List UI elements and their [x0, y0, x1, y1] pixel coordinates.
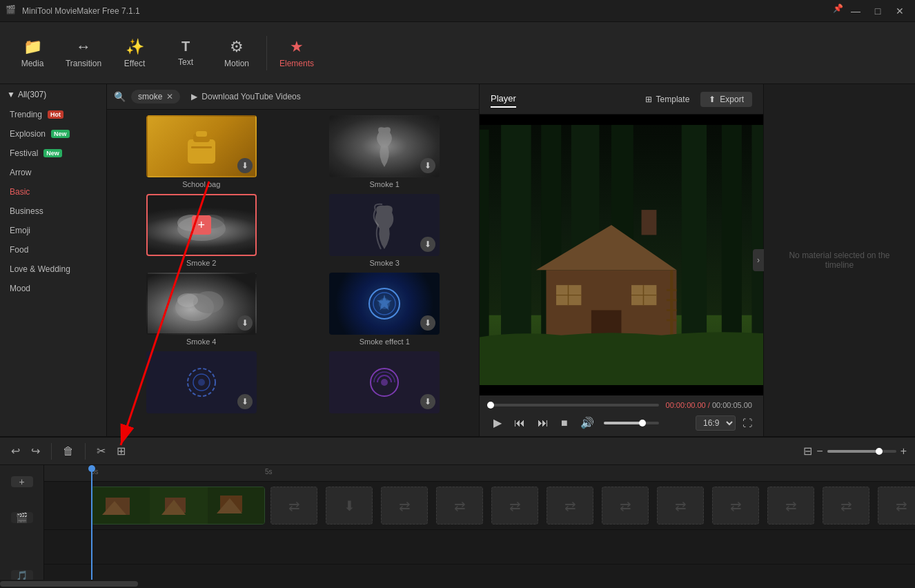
toolbar-effect[interactable]: ✨ Effect	[110, 28, 159, 78]
download-yt-label: Download YouTube Videos	[201, 92, 300, 101]
element-smoke1[interactable]: ⬇ Smoke 1	[296, 115, 474, 188]
element-school-bag[interactable]: ⬇ School bag	[112, 115, 291, 188]
video-clip[interactable]	[91, 487, 265, 525]
close-button[interactable]: ✕	[890, 3, 909, 19]
play-button[interactable]: ▶	[491, 415, 504, 431]
maximize-button[interactable]: □	[868, 3, 887, 19]
zoom-in-button[interactable]: +	[901, 445, 907, 458]
next-button[interactable]: ⏭	[535, 415, 551, 431]
sidebar-item-business[interactable]: Business	[0, 202, 106, 221]
main-area: ▼ All(307) Trending Hot Explosion New Fe…	[0, 84, 915, 436]
add-media-track-button[interactable]: +	[11, 476, 33, 487]
transition-slot-10[interactable]: ⇄	[767, 487, 814, 525]
transition-slot-3[interactable]: ⇄	[381, 487, 428, 525]
minimize-button[interactable]: —	[846, 3, 865, 19]
smoke2-label: Smoke 2	[186, 259, 216, 267]
toolbar-motion[interactable]: ⚙ Motion	[213, 28, 261, 78]
toolbar-elements[interactable]: ★ Elements	[273, 28, 321, 78]
tab-template[interactable]: ⊞ Template	[645, 95, 690, 104]
element-extra1[interactable]: ⬇	[112, 351, 291, 416]
sidebar-item-arrow[interactable]: Arrow	[0, 163, 106, 182]
smoke3-label: Smoke 3	[370, 259, 400, 267]
zoom-slider[interactable]	[827, 450, 896, 453]
smoke1-svg	[371, 122, 398, 170]
transition-slot-5[interactable]: ⇄	[491, 487, 538, 525]
transition-slot-11[interactable]: ⇄	[823, 487, 869, 525]
stop-button[interactable]: ■	[558, 415, 571, 431]
toolbar-media[interactable]: 📁 Media	[8, 28, 57, 78]
sidebar-item-basic[interactable]: Basic	[0, 182, 106, 202]
volume-button[interactable]: 🔊	[578, 415, 597, 431]
sidebar-item-love[interactable]: Love & Wedding	[0, 259, 106, 279]
svg-rect-44	[642, 210, 657, 235]
sidebar-item-food[interactable]: Food	[0, 240, 106, 259]
extra1-download-btn[interactable]: ⬇	[237, 394, 253, 409]
redo-button[interactable]: ↪	[28, 442, 43, 460]
sidebar-item-explosion[interactable]: Explosion New	[0, 124, 106, 144]
smoke1-download-btn[interactable]: ⬇	[420, 158, 435, 173]
download-yt-icon: ▶	[191, 92, 197, 101]
playhead-marker	[88, 465, 95, 472]
volume-dot	[639, 420, 646, 427]
smoke4-svg	[174, 283, 229, 324]
progress-bar[interactable]	[491, 404, 659, 406]
player-controls: 00:00:00.00 / 00:00:05.00 ▶ ⏮ ⏭ ■ 🔊 16:9…	[480, 395, 763, 436]
collapse-arrow[interactable]: ›	[753, 249, 764, 271]
time-total: 00:00:05.00	[712, 401, 752, 409]
svg-rect-3	[191, 146, 212, 148]
element-smoke2[interactable]: + Smoke 2	[112, 194, 291, 267]
element-smoke-effect1[interactable]: ⬇ Smoke effect 1	[296, 273, 474, 346]
transition-slot-7[interactable]: ⇄	[602, 487, 649, 525]
transition-slot-4[interactable]: ⇄	[436, 487, 483, 525]
transition-slot-8[interactable]: ⇄	[657, 487, 704, 525]
aspect-ratio-select[interactable]: 16:9 9:16 1:1 4:3	[696, 415, 736, 431]
export-button[interactable]: ⬆ Export	[700, 92, 752, 107]
school-bag-download-btn[interactable]: ⬇	[237, 158, 253, 173]
smoke4-thumb: ⬇	[146, 273, 257, 335]
delete-button[interactable]: 🗑	[60, 442, 77, 460]
extra2-download-btn[interactable]: ⬇	[420, 394, 435, 409]
motion-icon: ⚙	[230, 38, 244, 56]
transition-slot-12[interactable]: ⇄	[878, 487, 915, 525]
sidebar-item-mood[interactable]: Mood	[0, 279, 106, 298]
player-video	[480, 115, 763, 395]
element-extra2[interactable]: ⬇	[296, 351, 474, 416]
search-tag-close-button[interactable]: ✕	[166, 92, 173, 101]
zoom-fit-button[interactable]: ⊟	[803, 444, 812, 458]
timeline-scrollbar[interactable]	[0, 580, 915, 588]
clip-thumb-3	[208, 487, 265, 525]
undo-button[interactable]: ↩	[8, 442, 23, 460]
all-items-header[interactable]: ▼ All(307)	[0, 84, 106, 105]
svg-rect-24	[480, 130, 489, 346]
element-smoke3[interactable]: ⬇ Smoke 3	[296, 194, 474, 267]
playhead[interactable]	[91, 465, 92, 580]
transition-slot-6[interactable]: ⇄	[547, 487, 593, 525]
sidebar-item-trending[interactable]: Trending Hot	[0, 105, 106, 124]
audio-track-row	[44, 530, 915, 565]
zoom-out-button[interactable]: −	[816, 445, 823, 458]
sidebar-item-emoji[interactable]: Emoji	[0, 221, 106, 240]
transition-slot-9[interactable]: ⇄	[712, 487, 759, 525]
no-material-text: No material selected on the timeline	[778, 251, 901, 270]
toolbar-media-label: Media	[21, 59, 44, 68]
transition-slot-2[interactable]: ⬇	[326, 487, 373, 525]
fullscreen-button[interactable]: ⛶	[742, 418, 752, 429]
toolbar-text[interactable]: T Text	[161, 28, 210, 78]
svg-point-9	[177, 293, 198, 307]
prev-button[interactable]: ⏮	[511, 415, 528, 431]
school-bag-svg	[181, 126, 222, 167]
transition-slot-1[interactable]: ⇄	[270, 487, 317, 525]
sidebar-item-festival[interactable]: Festival New	[0, 144, 106, 163]
smoke4-download-btn[interactable]: ⬇	[237, 315, 253, 331]
cut-button[interactable]: ✂	[94, 442, 108, 460]
smoke-effect1-download-btn[interactable]: ⬇	[420, 315, 435, 331]
download-youtube-button[interactable]: ▶ Download YouTube Videos	[191, 92, 300, 101]
tab-player[interactable]: Player	[491, 90, 516, 108]
volume-bar[interactable]	[604, 422, 659, 424]
element-smoke4[interactable]: ⬇ Smoke 4	[112, 273, 291, 346]
timeline-toolbar: ↩ ↪ 🗑 ✂ ⊞ ⊟ − +	[0, 438, 915, 465]
toolbar-transition[interactable]: ↔ Transition	[59, 28, 108, 78]
crop-button[interactable]: ⊞	[114, 442, 128, 460]
smoke3-download-btn[interactable]: ⬇	[420, 237, 435, 252]
smoke2-add-btn[interactable]: +	[192, 215, 211, 235]
